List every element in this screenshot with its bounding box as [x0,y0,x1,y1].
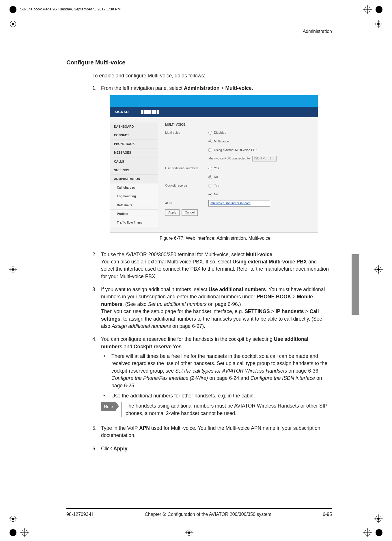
header-rule [66,36,332,36]
bullet-icon: • [101,353,111,389]
radio-icon [208,131,212,135]
note-text: The handsets using additional numbers mu… [121,402,329,417]
italic-xref: Configure the ISDN interface [250,375,315,381]
thumb-tab [352,254,359,315]
radio-icon [208,140,212,143]
apn-label: APN [165,201,208,206]
radio-add-no[interactable]: No [208,174,218,180]
bold-administration: Administration [184,85,219,91]
list-number: 2. [92,251,101,282]
crop-mark-bottom-center [185,528,193,537]
nav-data-limits[interactable]: Data limits [110,201,158,210]
svg-point-16 [12,268,14,271]
text-fragment: . [252,85,253,91]
bullet-2-text: Use the additional numbers for other han… [111,392,255,399]
bold-use-additional: Use additional numbers [209,287,266,292]
nav-settings[interactable]: SETTINGS [110,166,158,175]
nav-connect[interactable]: CONNECT [110,131,158,140]
bold-cockpit-reserve: Cockpit reserve Yes [134,344,182,349]
footer-rule [66,508,332,509]
text-fragment: . [182,344,183,349]
svg-point-3 [376,6,382,13]
signal-label: SIGNAL: [115,110,130,114]
crop-mark-top-right [363,5,383,14]
radio-icon [208,193,212,196]
cockpit-label: Cockpit reserve [165,183,208,188]
apn-input[interactable]: multivoice.sbb.inmarsat.com [208,200,270,207]
mv-field-label: Multi-voice [165,131,208,135]
page-number: 6-95 [323,512,332,517]
text-fragment: You can configure a reserved line for th… [101,336,274,342]
step-1-text: From the left navigation pane, select Ad… [101,85,329,92]
crop-mark-bottom-left [9,528,29,537]
svg-point-24 [12,518,14,520]
nav-phonebook[interactable]: PHONE BOOK [110,140,158,148]
bullet-2: • Use the additional numbers for other h… [101,392,329,399]
italic-xref: Assign additional numbers [112,323,171,329]
text-fragment: From the left navigation pane, select [101,85,184,91]
text-fragment: on page 6-24 and [208,375,250,381]
svg-point-8 [12,23,14,25]
list-number: 1. [92,85,101,247]
text-fragment: . (See also [122,301,148,307]
radio-add-yes[interactable]: Yes [208,166,219,171]
radio-external-pbx[interactable]: Using external Multi-voice PBX [208,147,257,153]
step-6-text: Click Apply. [101,445,329,452]
figure-signal-bar: SIGNAL: [110,107,318,117]
doc-number: 98-127093-H [66,512,93,517]
nav-traffic-flow[interactable]: Traffic flow filters [110,218,158,227]
text-fragment: on page 6-97). [171,323,205,329]
italic-xref: Set up additional numbers [148,301,206,307]
footer: 98-127093-H Chapter 6: Configuration of … [66,512,332,517]
figure-caption: Figure 6-77: Web interface: Administrati… [101,235,329,241]
text-fragment: . [127,446,129,451]
step-3: 3. If you want to assign additional numb… [92,286,329,332]
pbx-connected-label: Multi-voice PBX connected to [208,156,250,161]
radio-disabled[interactable]: Disabled [208,130,226,136]
nav-messages[interactable]: MESSAGES [110,148,158,157]
section-heading: Configure Multi-voice [66,59,332,66]
step-4: 4. You can configure a reserved line for… [92,336,329,421]
radio-multivoice[interactable]: Multi-voice [208,139,229,144]
step-2: 2. To use the AVIATOR 200/300/350 termin… [92,251,329,282]
use-additional-label: Use additional numbers [165,166,208,171]
step-4-text: You can configure a reserved line for th… [101,336,329,350]
bullet-1: • There will at all times be a free line… [101,353,329,389]
apply-button[interactable]: Apply [165,209,180,216]
step-5: 5. Type in the VoIP APN used for Multi-v… [92,425,329,441]
svg-point-4 [10,6,16,13]
nav-administration[interactable]: ADMINISTRATION [110,175,158,183]
radio-label: Yes [214,166,219,171]
nav-call-charges[interactable]: Call charges [110,183,158,192]
text-fragment: > [291,294,297,300]
crop-mark-left-mid [9,265,17,274]
cancel-button[interactable]: Cancel [182,209,198,216]
nav-dashboard[interactable]: DASHBOARD [110,122,158,131]
step-3-text: If you want to assign additional numbers… [101,286,329,330]
crop-mark-left-lower [9,514,17,523]
step-5-text: Type in the VoIP APN used for Multi-voic… [101,425,329,439]
nav-calls[interactable]: CALLS [110,157,158,166]
svg-point-20 [377,268,380,271]
bold-apn: APN [139,425,150,431]
step-2-text: To use the AVIATOR 200/300/350 terminal … [101,251,329,280]
pbx-port-select[interactable]: ISDN Port 1 [252,156,277,161]
nav-log-handling[interactable]: Log handling [110,192,158,201]
radio-icon [208,175,212,179]
crop-mark-right-mid [374,265,383,274]
text-fragment: . [272,252,274,257]
svg-point-36 [188,531,190,534]
text-fragment: Then you can use the setup page for the … [101,308,244,314]
step-6: 6. Click Apply. [92,445,329,454]
running-head: Administration [66,29,332,36]
crop-mark-right-lower [374,514,383,523]
nav-profiles[interactable]: Profiles [110,210,158,218]
text-fragment: and [122,344,134,349]
radio-cockpit-yes[interactable]: Yes [208,183,219,189]
chapter-title: Chapter 6: Configuration of the AVIATOR … [145,512,271,517]
figure-panel: MULTI-VOICE Multi-voice Disabled Multi-v… [158,117,318,233]
radio-label: Yes [214,183,219,188]
text-fragment: You can also use an external Multi-voice… [101,259,233,265]
crop-mark-left-upper [9,20,17,28]
radio-cockpit-no[interactable]: No [208,192,218,197]
